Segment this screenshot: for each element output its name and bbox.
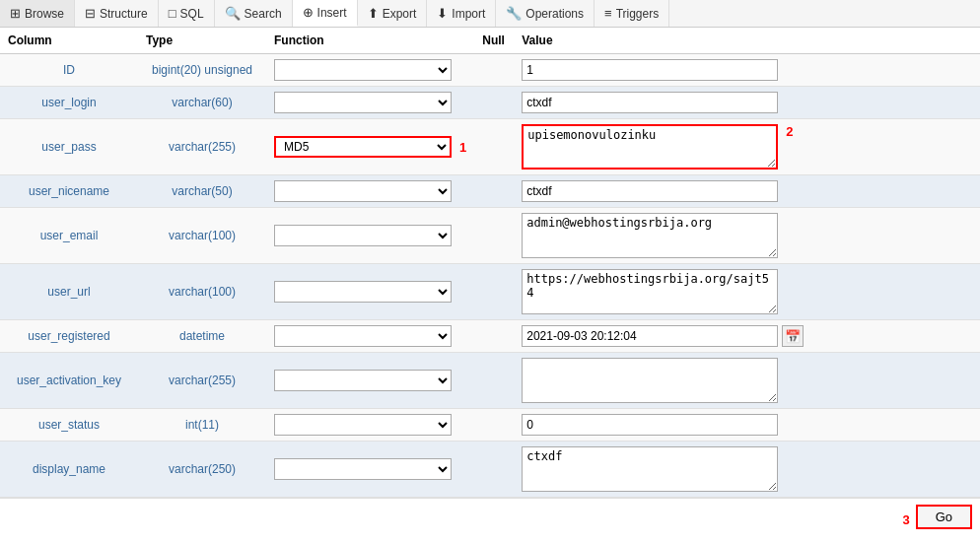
function-select[interactable]: MD5AES_ENCRYPTAES_DECRYPTSHA1SHA2NOWCURD… xyxy=(274,136,452,158)
cell-column-type: datetime xyxy=(138,320,266,353)
value-textarea[interactable]: admin@webhostingsrbija.org xyxy=(522,213,778,258)
function-select[interactable]: MD5AES_ENCRYPTAES_DECRYPTSHA1SHA2NOWCURD… xyxy=(274,59,452,81)
function-select[interactable]: MD5AES_ENCRYPTAES_DECRYPTSHA1SHA2NOWCURD… xyxy=(274,325,452,347)
cell-column-name: display_name xyxy=(0,442,138,498)
cell-function: MD5AES_ENCRYPTAES_DECRYPTSHA1SHA2NOWCURD… xyxy=(266,175,474,208)
cell-null xyxy=(474,87,514,119)
cell-value: 📅 xyxy=(514,320,980,353)
cell-column-name: user_login xyxy=(0,87,138,119)
datetime-input[interactable] xyxy=(522,325,778,347)
operations-icon: 🔧 xyxy=(506,6,522,21)
go-button[interactable]: Go xyxy=(916,505,972,529)
cell-value: ctxdf xyxy=(514,442,980,498)
function-select[interactable]: MD5AES_ENCRYPTAES_DECRYPTSHA1SHA2NOWCURD… xyxy=(274,180,452,202)
annotation-marker-2: 2 xyxy=(786,124,793,139)
table-row: user_activation_keyvarchar(255)MD5AES_EN… xyxy=(0,353,980,409)
cell-function: MD5AES_ENCRYPTAES_DECRYPTSHA1SHA2NOWCURD… xyxy=(266,320,474,353)
nav-search[interactable]: 🔍 Search xyxy=(215,0,293,27)
cell-function: MD5AES_ENCRYPTAES_DECRYPTSHA1SHA2NOWCURD… xyxy=(266,442,474,498)
cell-column-type: varchar(60) xyxy=(138,87,266,119)
function-select[interactable]: MD5AES_ENCRYPTAES_DECRYPTSHA1SHA2NOWCURD… xyxy=(274,92,452,113)
insert-table: Column Type Function Null Value IDbigint… xyxy=(0,28,980,498)
nav-search-label: Search xyxy=(245,7,282,21)
cell-function: MD5AES_ENCRYPTAES_DECRYPTSHA1SHA2NOWCURD… xyxy=(266,353,474,409)
cell-null xyxy=(474,208,514,264)
function-select[interactable]: MD5AES_ENCRYPTAES_DECRYPTSHA1SHA2NOWCURD… xyxy=(274,458,452,480)
nav-sql-label: SQL xyxy=(180,7,204,21)
cell-value: upisemonovulozinku2 xyxy=(514,119,980,175)
table-header-row: Column Type Function Null Value xyxy=(0,28,980,54)
marker-3: 3 xyxy=(902,512,909,529)
table-row: user_passvarchar(255)MD5AES_ENCRYPTAES_D… xyxy=(0,119,980,175)
cell-null xyxy=(474,175,514,208)
cell-null xyxy=(474,442,514,498)
nav-triggers[interactable]: ≡ Triggers xyxy=(595,0,669,27)
nav-structure[interactable]: ⊟ Structure xyxy=(75,0,159,27)
value-input[interactable] xyxy=(522,59,778,81)
nav-operations-label: Operations xyxy=(525,7,584,21)
cell-column-name: user_activation_key xyxy=(0,353,138,409)
table-row: display_namevarchar(250)MD5AES_ENCRYPTAE… xyxy=(0,442,980,498)
table-row: user_registereddatetimeMD5AES_ENCRYPTAES… xyxy=(0,320,980,353)
value-input[interactable] xyxy=(522,92,778,113)
value-textarea[interactable] xyxy=(522,358,778,403)
function-select[interactable]: MD5AES_ENCRYPTAES_DECRYPTSHA1SHA2NOWCURD… xyxy=(274,370,452,391)
search-icon: 🔍 xyxy=(225,6,241,21)
table-row: user_nicenamevarchar(50)MD5AES_ENCRYPTAE… xyxy=(0,175,980,208)
value-textarea[interactable]: ctxdf xyxy=(522,446,778,492)
cell-value: admin@webhostingsrbija.org xyxy=(514,208,980,264)
nav-import[interactable]: ⬇ Import xyxy=(427,0,496,27)
cell-null xyxy=(474,264,514,320)
nav-import-label: Import xyxy=(452,7,485,21)
browse-icon: ⊞ xyxy=(10,6,21,21)
top-navigation: ⊞ Browse ⊟ Structure □ SQL 🔍 Search ⊕ In… xyxy=(0,0,980,28)
insert-icon: ⊕ xyxy=(303,5,314,20)
table-row: user_loginvarchar(60)MD5AES_ENCRYPTAES_D… xyxy=(0,87,980,119)
cell-column-name: user_status xyxy=(0,409,138,442)
function-select[interactable]: MD5AES_ENCRYPTAES_DECRYPTSHA1SHA2NOWCURD… xyxy=(274,414,452,436)
function-select[interactable]: MD5AES_ENCRYPTAES_DECRYPTSHA1SHA2NOWCURD… xyxy=(274,281,452,303)
cell-column-type: varchar(255) xyxy=(138,353,266,409)
calendar-button[interactable]: 📅 xyxy=(782,325,804,347)
cell-value: https://webhostingsrbija.org/sajt54 xyxy=(514,264,980,320)
cell-value xyxy=(514,54,980,87)
cell-null xyxy=(474,54,514,87)
nav-sql[interactable]: □ SQL xyxy=(159,0,215,27)
nav-export-label: Export xyxy=(383,7,417,21)
import-icon: ⬇ xyxy=(437,6,448,21)
cell-value xyxy=(514,353,980,409)
value-input[interactable] xyxy=(522,180,778,202)
cell-column-type: varchar(255) xyxy=(138,119,266,175)
value-textarea[interactable]: upisemonovulozinku xyxy=(522,124,778,170)
nav-insert[interactable]: ⊕ Insert xyxy=(293,0,358,27)
cell-function: MD5AES_ENCRYPTAES_DECRYPTSHA1SHA2NOWCURD… xyxy=(266,87,474,119)
cell-column-name: user_pass xyxy=(0,119,138,175)
nav-operations[interactable]: 🔧 Operations xyxy=(496,0,595,27)
col-header-type: Type xyxy=(138,28,266,54)
col-header-column: Column xyxy=(0,28,138,54)
table-row: user_emailvarchar(100)MD5AES_ENCRYPTAES_… xyxy=(0,208,980,264)
table-row: user_statusint(11)MD5AES_ENCRYPTAES_DECR… xyxy=(0,409,980,442)
col-header-null: Null xyxy=(474,28,514,54)
cell-function: MD5AES_ENCRYPTAES_DECRYPTSHA1SHA2NOWCURD… xyxy=(266,409,474,442)
nav-browse[interactable]: ⊞ Browse xyxy=(0,0,75,27)
nav-export[interactable]: ⬆ Export xyxy=(358,0,428,27)
sql-icon: □ xyxy=(169,6,176,21)
cell-null xyxy=(474,353,514,409)
value-input[interactable] xyxy=(522,414,778,436)
cell-column-type: int(11) xyxy=(138,409,266,442)
nav-browse-label: Browse xyxy=(25,7,64,21)
function-select[interactable]: MD5AES_ENCRYPTAES_DECRYPTSHA1SHA2NOWCURD… xyxy=(274,225,452,246)
cell-column-name: user_registered xyxy=(0,320,138,353)
cell-value xyxy=(514,87,980,119)
value-textarea[interactable]: https://webhostingsrbija.org/sajt54 xyxy=(522,269,778,314)
cell-column-type: varchar(100) xyxy=(138,264,266,320)
cell-column-type: varchar(250) xyxy=(138,442,266,498)
col-header-value: Value xyxy=(514,28,980,54)
triggers-icon: ≡ xyxy=(604,6,612,21)
table-row: IDbigint(20) unsignedMD5AES_ENCRYPTAES_D… xyxy=(0,54,980,87)
cell-column-name: user_nicename xyxy=(0,175,138,208)
cell-column-name: user_url xyxy=(0,264,138,320)
structure-icon: ⊟ xyxy=(85,6,96,21)
cell-null xyxy=(474,409,514,442)
